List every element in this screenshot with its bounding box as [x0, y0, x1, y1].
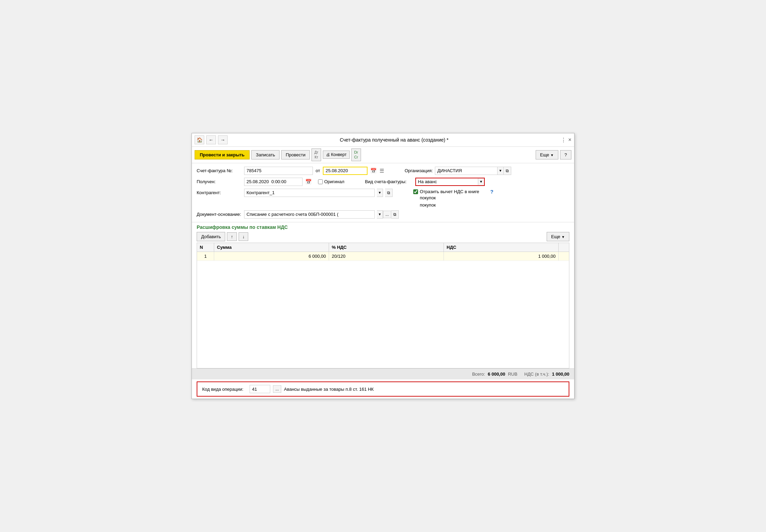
- vid-row: Вид счета-фактуры: ▼: [365, 178, 485, 186]
- org-copy-button[interactable]: ⧉: [504, 167, 511, 175]
- cell-extra: [559, 252, 569, 261]
- otrazit-area: Отразить вычет НДС в книге покупок ? пок…: [413, 189, 493, 208]
- vsego-item: Всего: 6 000,00 RUB: [472, 372, 517, 377]
- schet-row: Счет-фактура №: от 📅 ☰: [197, 167, 384, 175]
- date-input[interactable]: [323, 167, 368, 175]
- cell-summa: 6 000,00: [214, 252, 329, 261]
- org-input[interactable]: [435, 167, 497, 175]
- konvert-button[interactable]: 🖨 Конверт: [323, 151, 350, 159]
- kontragent-label: Контрагент:: [197, 190, 241, 195]
- osnov-dropdown-arrow[interactable]: ▼: [377, 210, 383, 219]
- original-checkbox[interactable]: [318, 179, 323, 184]
- poluchenInput[interactable]: [244, 178, 303, 186]
- currency-label: RUB: [508, 372, 517, 377]
- cell-n: 1: [197, 252, 214, 261]
- list-icon[interactable]: ☰: [380, 168, 384, 174]
- col-extra: [559, 243, 569, 252]
- add-button[interactable]: Добавить: [197, 232, 225, 241]
- table-header: N Сумма % НДС НДС: [197, 243, 569, 252]
- otrazit-help-button[interactable]: ?: [490, 189, 493, 195]
- pokupok-label: покупок: [420, 202, 493, 208]
- title-icons: ⋮ ×: [561, 137, 571, 143]
- otrazit-label: Отразить вычет НДС в книге покупок: [420, 189, 489, 201]
- vsego-label: Всего:: [472, 372, 485, 377]
- kod-input[interactable]: [250, 385, 270, 393]
- down-button[interactable]: ↓: [239, 232, 249, 241]
- cell-nds: 1 000,00: [444, 252, 559, 261]
- form-area: Счет-фактура №: от 📅 ☰ Организация: ▼ ⧉ …: [192, 163, 574, 222]
- vid-select[interactable]: ▼: [415, 178, 485, 186]
- table-row[interactable]: 1 6 000,00 20/120 1 000,00: [197, 252, 569, 261]
- original-label: Оригинал: [324, 179, 344, 184]
- osnov-field: ▼ ... ⧉: [244, 210, 399, 219]
- footer-totals: Всего: 6 000,00 RUB НДС (в т.ч.): 1 000,…: [192, 368, 574, 379]
- kontragent-dropdown-arrow[interactable]: ▼: [377, 189, 383, 197]
- osnov-controls: ▼ ... ⧉: [377, 210, 399, 219]
- toolbar: Провести и закрыть Записать Провести Дт …: [192, 147, 574, 163]
- print-icon: 🖨: [326, 152, 330, 157]
- kod-ellipsis-button[interactable]: ...: [273, 385, 281, 393]
- table-area: N Сумма % НДС НДС 1 6 000,00 20/120 1 00…: [197, 243, 569, 368]
- kontragent-field: ▼ ⧉: [244, 189, 393, 197]
- provesti-button[interactable]: Провести: [281, 150, 310, 159]
- original-check-area: Оригинал: [318, 179, 344, 184]
- ot-label: от: [316, 168, 320, 173]
- table-toolbar: Добавить ↑ ↓ Еще ▼: [192, 231, 574, 243]
- osnov-row: Документ-основание: ▼ ... ⧉: [197, 210, 569, 219]
- vid-label: Вид счета-фактуры:: [365, 179, 413, 184]
- calendar2-icon[interactable]: 📅: [305, 179, 312, 185]
- zapisat-button[interactable]: Записать: [251, 150, 280, 159]
- drcr-button[interactable]: Dr Cr: [351, 148, 361, 161]
- chevron-down-icon: ▼: [550, 153, 554, 157]
- table-esche-button[interactable]: Еще ▼: [547, 232, 569, 241]
- kontragent-input[interactable]: [244, 189, 375, 197]
- org-dropdown-arrow[interactable]: ▼: [497, 167, 504, 175]
- post-close-button[interactable]: Провести и закрыть: [195, 150, 250, 159]
- up-button[interactable]: ↑: [227, 232, 237, 241]
- osnov-input[interactable]: [244, 210, 375, 219]
- vid-input[interactable]: [416, 178, 478, 185]
- help-button[interactable]: ?: [560, 150, 571, 159]
- org-select: ▼ ⧉: [435, 167, 511, 175]
- kontragent-copy-button[interactable]: ⧉: [385, 189, 393, 197]
- window-title: Счет-фактура полученный на аванс (создан…: [230, 137, 559, 143]
- col-n: N: [197, 243, 214, 252]
- col-nds: НДС: [444, 243, 559, 252]
- dtkt-button[interactable]: Дт Кт: [311, 148, 321, 161]
- back-button[interactable]: ←: [206, 135, 216, 144]
- otrazit-checkbox[interactable]: [413, 189, 418, 194]
- nds-footer-value: 1 000,00: [552, 372, 569, 377]
- section-title: Расшифровка суммы по ставкам НДС: [192, 222, 574, 231]
- vid-dropdown-arrow[interactable]: ▼: [478, 178, 484, 185]
- table-esche-arrow: ▼: [561, 235, 565, 239]
- esche-button[interactable]: Еще ▼: [536, 150, 558, 159]
- vsego-value: 6 000,00: [488, 372, 505, 377]
- kod-row: Код вида операции: ... Авансы выданные з…: [197, 381, 569, 397]
- main-window: 🏠 ← → Счет-фактура полученный на аванс (…: [192, 133, 574, 399]
- col-summa: Сумма: [214, 243, 329, 252]
- kod-description: Авансы выданные за товары п.8 ст. 161 НК: [284, 387, 374, 392]
- osnov-label: Документ-основание:: [197, 212, 241, 217]
- org-row: Организация: ▼ ⧉: [405, 167, 511, 175]
- forward-button[interactable]: →: [218, 135, 228, 144]
- schet-input[interactable]: [244, 167, 313, 175]
- close-icon[interactable]: ×: [568, 137, 571, 143]
- nds-item: НДС (в т.ч.): 1 000,00: [524, 372, 569, 377]
- schet-label: Счет-фактура №:: [197, 168, 241, 173]
- more-icon[interactable]: ⋮: [561, 137, 566, 143]
- home-button[interactable]: 🏠: [195, 135, 204, 144]
- col-nds-pct: % НДС: [329, 243, 444, 252]
- poluchenLabel: Получен:: [197, 179, 241, 184]
- poluchenRow: Получен: 📅 Оригинал: [197, 178, 344, 186]
- cell-nds-pct: 20/120: [329, 252, 444, 261]
- table-empty-area: [197, 261, 569, 364]
- nds-footer-label: НДС (в т.ч.):: [524, 372, 549, 377]
- title-bar: 🏠 ← → Счет-фактура полученный на аванс (…: [192, 133, 574, 147]
- osnov-copy-button[interactable]: ⧉: [391, 210, 399, 219]
- calendar-icon[interactable]: 📅: [370, 168, 377, 174]
- kontragent-row: Контрагент: ▼ ⧉: [197, 189, 393, 197]
- kod-label: Код вида операции:: [202, 387, 247, 392]
- org-label: Организация:: [405, 168, 433, 173]
- osnov-ellipsis-button[interactable]: ...: [383, 211, 391, 218]
